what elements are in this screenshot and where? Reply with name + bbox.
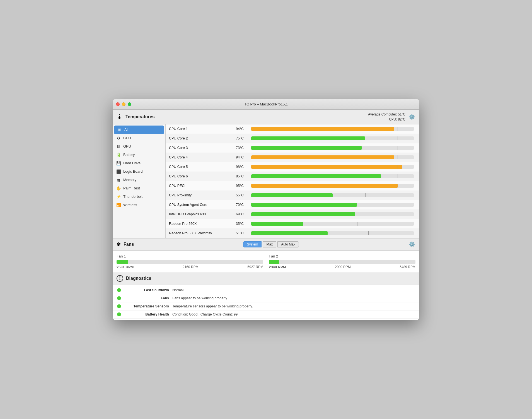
diag-label: Fans bbox=[124, 296, 169, 300]
temp-bar-container bbox=[251, 146, 414, 150]
temp-bar bbox=[251, 184, 398, 188]
fans-icon: ✾ bbox=[117, 241, 121, 247]
window-title: TG Pro – MacBookPro15,1 bbox=[244, 102, 288, 106]
fan2-min-rpm: 2000 RPM bbox=[335, 265, 351, 269]
diag-row: Battery Health Condition: Good , Charge … bbox=[113, 310, 419, 319]
diagnostics-body: Last Shutdown Normal Fans Fans appear to… bbox=[113, 284, 419, 320]
sidebar-item-thunderbolt[interactable]: ⚡Thunderbolt bbox=[113, 192, 165, 201]
temp-name: Radeon Pro 560X Proximity bbox=[169, 231, 236, 235]
sidebar-item-all[interactable]: ⊞All bbox=[114, 126, 164, 134]
temp-row: CPU Core 4 94°C bbox=[166, 153, 419, 162]
fan1-label: Fan 1 bbox=[117, 254, 263, 258]
sidebar-item-palm-rest[interactable]: ✋Palm Rest bbox=[113, 184, 165, 192]
temp-value: 70°C bbox=[236, 203, 251, 207]
temp-bar-container bbox=[251, 184, 414, 188]
temp-value: 51°C bbox=[236, 231, 251, 235]
diag-label: Temperature Sensors bbox=[124, 304, 169, 308]
sidebar-item-wireless[interactable]: 📶Wireless bbox=[113, 201, 165, 209]
sidebar-label-battery: Battery bbox=[123, 153, 135, 157]
avg-temps: Average Computer: 51°C CPU: 82°C bbox=[368, 112, 405, 122]
diag-dot bbox=[117, 304, 121, 308]
sidebar-icon-hard-drive: 💾 bbox=[116, 161, 121, 165]
temp-bar-container bbox=[251, 231, 414, 235]
app-window: TG Pro – MacBookPro15,1 🌡 Temperatures A… bbox=[113, 99, 419, 320]
sidebar-item-hard-drive[interactable]: 💾Hard Drive bbox=[113, 159, 165, 167]
temp-row: Radeon Pro 560X 35°C bbox=[166, 219, 419, 229]
diag-dot bbox=[117, 296, 121, 300]
temp-bar-container bbox=[251, 203, 414, 207]
fans-settings-button[interactable]: ⚙️ bbox=[408, 241, 415, 248]
main-content: 🌡 Temperatures Average Computer: 51°C CP… bbox=[113, 110, 419, 320]
thermometer-icon: 🌡 bbox=[117, 113, 123, 121]
sidebar-icon-cpu: ⚙ bbox=[116, 136, 121, 140]
sidebar-label-palm-rest: Palm Rest bbox=[123, 186, 140, 190]
fans-controls: SystemMaxAuto Max bbox=[243, 241, 299, 247]
close-button[interactable] bbox=[116, 102, 120, 106]
temp-bar bbox=[251, 203, 357, 207]
sidebar-item-memory[interactable]: ▦Memory bbox=[113, 176, 165, 184]
temp-bar bbox=[251, 155, 394, 159]
temp-bar-container bbox=[251, 212, 414, 216]
fan1-bar bbox=[117, 260, 128, 264]
temp-bar-container bbox=[251, 174, 414, 178]
temp-name: CPU Proximity bbox=[169, 193, 236, 197]
fan2-current-rpm: 2349 RPM bbox=[269, 265, 286, 269]
diag-value: Fans appear to be working properly. bbox=[172, 296, 228, 300]
fan1-current-rpm: 2531 RPM bbox=[117, 265, 134, 269]
fan-mode-system-button[interactable]: System bbox=[243, 241, 262, 247]
temperatures-settings-button[interactable]: ⚙️ bbox=[408, 113, 415, 121]
temp-name: CPU PECI bbox=[169, 184, 236, 188]
fan-mode-auto-max-button[interactable]: Auto Max bbox=[277, 241, 299, 247]
diag-label: Last Shutdown bbox=[124, 288, 169, 292]
fan-mode-max-button[interactable]: Max bbox=[263, 241, 276, 247]
temp-value: 35°C bbox=[236, 222, 251, 226]
diag-row: Temperature Sensors Temperature sensors … bbox=[113, 302, 419, 310]
diag-row: Fans Fans appear to be working properly. bbox=[113, 294, 419, 302]
temp-name: CPU Core 6 bbox=[169, 174, 236, 178]
diag-value: Temperature sensors appear to be working… bbox=[172, 304, 253, 308]
fan1-max-rpm: 5927 RPM bbox=[247, 265, 263, 269]
temp-bar-container bbox=[251, 222, 414, 226]
sidebar-item-logic-board[interactable]: ⬛Logic Board bbox=[113, 167, 165, 176]
maximize-button[interactable] bbox=[128, 102, 131, 106]
temp-bar bbox=[251, 165, 402, 169]
diagnostics-icon: ! bbox=[117, 275, 123, 282]
sidebar-item-cpu[interactable]: ⚙CPU bbox=[113, 134, 165, 142]
sidebar-icon-wireless: 📶 bbox=[116, 203, 121, 207]
temp-value: 69°C bbox=[236, 212, 251, 216]
fan2-max-rpm: 5489 RPM bbox=[400, 265, 415, 269]
temp-bar bbox=[251, 136, 365, 140]
fan1-rpm-row: 2531 RPM 2160 RPM 5927 RPM bbox=[117, 265, 263, 269]
temp-name: CPU Core 5 bbox=[169, 165, 236, 169]
temp-bar-container bbox=[251, 155, 414, 159]
sidebar-icon-all: ⊞ bbox=[117, 127, 122, 132]
fan1-min-rpm: 2160 RPM bbox=[183, 265, 199, 269]
sidebar-label-wireless: Wireless bbox=[123, 203, 137, 207]
temp-name: Intel UHD Graphics 630 bbox=[169, 212, 236, 216]
temp-bar-container bbox=[251, 136, 414, 140]
minimize-button[interactable] bbox=[122, 102, 125, 106]
sidebar-label-thunderbolt: Thunderbolt bbox=[123, 194, 142, 199]
avg-computer-label: Average Computer: bbox=[368, 112, 397, 116]
cpu-value: 82°C bbox=[398, 117, 405, 121]
fan1-bar-container bbox=[117, 260, 263, 264]
diag-label: Battery Health bbox=[124, 312, 169, 316]
sidebar-label-memory: Memory bbox=[123, 178, 136, 182]
sidebar-item-battery[interactable]: 🔋Battery bbox=[113, 151, 165, 159]
diagnostics-header: ! Diagnostics bbox=[113, 273, 419, 284]
fans-header-left: ✾ Fans bbox=[117, 241, 134, 247]
sidebar-icon-battery: 🔋 bbox=[116, 153, 121, 157]
diag-dot bbox=[117, 312, 121, 316]
temp-value: 94°C bbox=[236, 155, 251, 159]
temp-row: CPU Proximity 55°C bbox=[166, 191, 419, 200]
temp-row: CPU System Agent Core 70°C bbox=[166, 200, 419, 210]
temp-row: CPU Core 5 98°C bbox=[166, 162, 419, 172]
sidebar-item-gpu[interactable]: 🖥GPU bbox=[113, 142, 165, 151]
titlebar: TG Pro – MacBookPro15,1 bbox=[113, 99, 419, 110]
temp-row: CPU PECI 95°C bbox=[166, 181, 419, 191]
temp-row: CPU Core 1 94°C bbox=[166, 124, 419, 134]
sidebar-label-logic-board: Logic Board bbox=[123, 169, 142, 174]
temp-bar-container bbox=[251, 127, 414, 131]
avg-computer-row: Average Computer: 51°C bbox=[368, 112, 405, 117]
fan2-item: Fan 2 2349 RPM 2000 RPM 5489 RPM bbox=[269, 254, 415, 269]
